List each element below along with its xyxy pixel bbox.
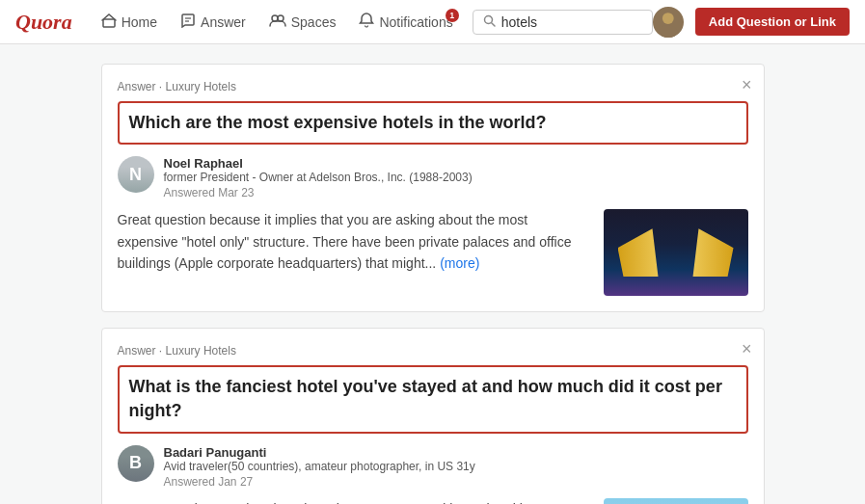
question-text-1: Which are the most expensive hotels in t… bbox=[129, 111, 737, 135]
notifications-badge: 1 bbox=[446, 9, 459, 22]
answer-card-1: Answer · Luxury Hotels × Which are the m… bbox=[101, 64, 765, 312]
avatar[interactable] bbox=[653, 7, 684, 38]
main-content: Answer · Luxury Hotels × Which are the m… bbox=[86, 64, 780, 504]
card-tag-2: Answer · Luxury Hotels bbox=[118, 344, 748, 358]
hotel-image-2 bbox=[604, 498, 748, 504]
answered-date-1: Answered Mar 23 bbox=[164, 186, 473, 199]
answer-icon bbox=[180, 13, 196, 32]
author-title-1: former President - Owner at Adelson Bros… bbox=[164, 171, 473, 184]
content-row-2: I once stayed at a Maharaja Palace that … bbox=[118, 498, 748, 504]
author-info-1: Noel Raphael former President - Owner at… bbox=[164, 156, 473, 199]
nav-spaces-label: Spaces bbox=[291, 14, 337, 30]
logo[interactable]: Quora bbox=[15, 10, 72, 35]
spaces-icon bbox=[269, 13, 286, 32]
hotel-image-1 bbox=[604, 209, 748, 296]
svg-rect-0 bbox=[103, 19, 115, 27]
search-box[interactable] bbox=[473, 10, 654, 35]
author-row-1: N Noel Raphael former President - Owner … bbox=[118, 156, 748, 199]
answer-card-2: Answer · Luxury Hotels × What is the fan… bbox=[101, 328, 765, 504]
svg-line-6 bbox=[492, 23, 495, 26]
nav-home-label: Home bbox=[122, 14, 157, 30]
main-nav: Home Answer Spaces 1 Notifications bbox=[92, 7, 463, 38]
nav-notifications-label: Notifications bbox=[379, 14, 452, 30]
tag-prefix-2: Answer bbox=[118, 344, 156, 358]
close-card-2-button[interactable]: × bbox=[742, 340, 752, 358]
answered-date-2: Answered Jan 27 bbox=[164, 475, 475, 489]
author-avatar-2: B bbox=[118, 445, 154, 482]
svg-point-8 bbox=[659, 24, 678, 37]
svg-point-4 bbox=[278, 15, 284, 21]
author-info-2: Badari Panuganti Avid traveler(50 countr… bbox=[164, 445, 475, 489]
author-row-2: B Badari Panuganti Avid traveler(50 coun… bbox=[118, 445, 748, 489]
nav-notifications[interactable]: 1 Notifications bbox=[349, 7, 462, 38]
tag-topic-2[interactable]: Luxury Hotels bbox=[166, 344, 236, 358]
body-text-1: Great question because it implies that y… bbox=[118, 209, 588, 274]
card-tag-1: Answer · Luxury Hotels bbox=[118, 80, 748, 93]
nav-home[interactable]: Home bbox=[92, 7, 167, 38]
notifications-icon bbox=[359, 13, 374, 32]
header: Quora Home Answer Spaces 1 Notification bbox=[0, 0, 865, 44]
body-text-2: I once stayed at a Maharaja Palace that … bbox=[118, 498, 588, 504]
author-title-2: Avid traveler(50 countries), amateur pho… bbox=[164, 460, 475, 473]
author-name-2[interactable]: Badari Panuganti bbox=[164, 445, 475, 460]
svg-point-7 bbox=[662, 13, 674, 24]
question-text-2: What is the fanciest hotel you've stayed… bbox=[129, 375, 737, 423]
svg-point-5 bbox=[484, 15, 492, 23]
nav-answer-label: Answer bbox=[201, 14, 246, 30]
search-icon bbox=[483, 14, 496, 30]
svg-point-3 bbox=[272, 15, 278, 21]
question-box-2: What is the fanciest hotel you've stayed… bbox=[118, 365, 748, 433]
close-card-1-button[interactable]: × bbox=[742, 76, 752, 93]
home-icon bbox=[101, 13, 117, 32]
content-row-1: Great question because it implies that y… bbox=[118, 209, 748, 296]
nav-spaces[interactable]: Spaces bbox=[259, 7, 346, 38]
nav-answer[interactable]: Answer bbox=[171, 7, 256, 38]
author-name-1[interactable]: Noel Raphael bbox=[164, 156, 473, 171]
search-input[interactable] bbox=[501, 14, 643, 30]
tag-prefix-1: Answer bbox=[118, 80, 156, 93]
add-question-button[interactable]: Add Question or Link bbox=[695, 8, 850, 36]
author-avatar-1: N bbox=[118, 156, 154, 193]
tag-topic-1[interactable]: Luxury Hotels bbox=[166, 80, 236, 93]
question-box-1: Which are the most expensive hotels in t… bbox=[118, 101, 748, 145]
more-link-1[interactable]: (more) bbox=[440, 255, 479, 271]
